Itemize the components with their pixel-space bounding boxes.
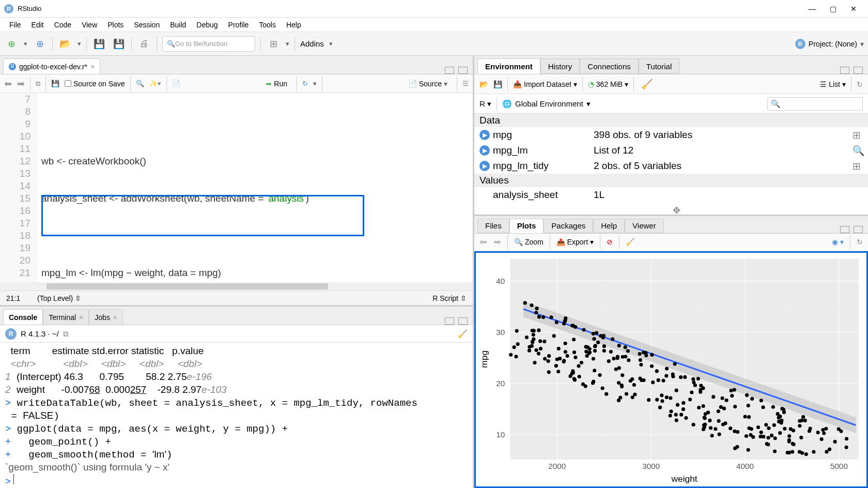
close-tab-icon[interactable]: × [90, 63, 95, 71]
broom-icon[interactable]: 🧹 [641, 79, 653, 90]
back-icon[interactable]: ⬅ [4, 78, 12, 89]
maximize-pane-icon[interactable] [854, 67, 863, 74]
dropdown-icon[interactable]: ▾ [329, 40, 333, 48]
menu-view[interactable]: View [76, 19, 102, 31]
next-plot-icon[interactable]: ➡ [493, 236, 501, 248]
tab-connections[interactable]: Connections [580, 58, 638, 74]
language-selector[interactable]: R Script [432, 294, 458, 302]
minimize-pane-icon[interactable] [840, 226, 849, 233]
source-tab[interactable]: R ggplot-to-excel-dev.r* × [3, 58, 100, 74]
run-button[interactable]: ➡ Run [261, 79, 291, 89]
tab-terminal[interactable]: Terminal× [43, 309, 89, 325]
search-icon[interactable]: 🔍 [853, 145, 863, 157]
refresh-icon[interactable]: ↻ [857, 80, 863, 88]
env-scope-selector[interactable]: 🌐 Global Environment ▾ [502, 99, 591, 109]
tab-files[interactable]: Files [477, 219, 509, 233]
open-file-button[interactable]: 📂 [58, 37, 72, 51]
menu-debug[interactable]: Debug [191, 19, 223, 31]
expand-icon[interactable]: ▶ [479, 145, 490, 156]
minimize-pane-icon[interactable] [445, 317, 454, 325]
maximize-pane-icon[interactable] [458, 317, 468, 325]
resize-handle-icon[interactable]: ✥ [673, 205, 680, 216]
save-all-button[interactable]: 💾 [112, 37, 126, 51]
minimize-button[interactable]: — [802, 1, 823, 17]
tab-packages[interactable]: Packages [544, 219, 593, 233]
menu-edit[interactable]: Edit [26, 19, 49, 31]
maximize-button[interactable]: ▢ [823, 1, 843, 17]
dropdown-icon[interactable]: ▾ [860, 40, 864, 48]
menu-file[interactable]: File [4, 19, 26, 31]
project-label[interactable]: Project: (None) [809, 40, 857, 48]
menu-code[interactable]: Code [49, 19, 76, 31]
env-search-input[interactable]: 🔍 [767, 97, 863, 111]
maximize-pane-icon[interactable] [458, 67, 468, 74]
expand-icon[interactable]: ▶ [479, 161, 490, 171]
source-on-save-checkbox[interactable]: Source on Save [65, 80, 125, 88]
memory-usage[interactable]: ◔ 362 MiB ▾ [588, 80, 628, 88]
wand-icon[interactable]: ✨▾ [149, 80, 161, 87]
zoom-button[interactable]: 🔍 Zoom [514, 238, 544, 246]
broom-icon[interactable]: 🧹 [458, 329, 468, 339]
env-item-mpg[interactable]: ▶ mpg 398 obs. of 9 variables ⊞ [474, 127, 868, 143]
expand-icon[interactable]: ▶ [479, 130, 490, 140]
import-dataset-button[interactable]: 📥 Import Dataset ▾ [513, 80, 577, 88]
horizontal-scrollbar[interactable] [0, 282, 473, 291]
env-item-mpg-lm-tidy[interactable]: ▶ mpg_lm_tidy 2 obs. of 5 variables ⊞ [474, 158, 868, 174]
dropdown-icon[interactable]: ⇳ [460, 294, 467, 302]
dropdown-icon[interactable]: ▾ [286, 40, 289, 48]
clear-plots-icon[interactable]: 🧹 [626, 238, 634, 246]
code-editor[interactable]: 789 101112 131415 161718 192021 wb <- cr… [0, 93, 473, 282]
minimize-pane-icon[interactable] [445, 67, 454, 74]
env-item-analysis-sheet[interactable]: analysis_sheet 1L [474, 187, 868, 203]
refresh-icon[interactable]: ↻ [857, 238, 863, 246]
tab-help[interactable]: Help [593, 219, 625, 233]
tab-console[interactable]: Console [3, 309, 43, 325]
load-workspace-icon[interactable]: 📂 [479, 80, 488, 88]
prev-plot-icon[interactable]: ⬅ [479, 236, 487, 248]
menu-session[interactable]: Session [129, 19, 165, 31]
tab-plots[interactable]: Plots [509, 219, 544, 233]
tab-jobs[interactable]: Jobs× [89, 309, 123, 325]
popout-icon[interactable]: ⧉ [36, 80, 40, 88]
tab-environment[interactable]: Environment [477, 58, 540, 74]
dropdown-icon[interactable]: ▾ [24, 40, 27, 48]
menu-tools[interactable]: Tools [254, 19, 281, 31]
console-output[interactable]: term estimate std.error statistic p.valu… [0, 343, 473, 488]
dropdown-icon[interactable]: ▾ [313, 80, 317, 87]
forward-icon[interactable]: ➡ [17, 78, 25, 89]
new-file-button[interactable]: ⊕ [4, 37, 19, 51]
export-button[interactable]: 📤 Export ▾ [556, 238, 594, 246]
tab-tutorial[interactable]: Tutorial [639, 58, 679, 74]
grid-button[interactable]: ⊞ [266, 37, 281, 51]
grid-icon[interactable]: ⊞ [853, 129, 863, 141]
source-button[interactable]: 📄 Source ▾ [404, 79, 452, 89]
new-project-button[interactable]: ⊕ [33, 37, 47, 51]
remove-plot-icon[interactable]: ⊘ [607, 238, 613, 246]
addins-button[interactable]: Addins [300, 39, 324, 48]
find-icon[interactable]: 🔍 [136, 80, 144, 87]
tab-history[interactable]: History [540, 58, 580, 74]
save-workspace-icon[interactable]: 💾 [493, 80, 502, 88]
language-selector[interactable]: R ▾ [479, 99, 491, 109]
save-button[interactable]: 💾 [92, 37, 106, 51]
maximize-pane-icon[interactable] [854, 226, 863, 233]
grid-icon[interactable]: ⊞ [853, 160, 863, 172]
menu-profile[interactable]: Profile [223, 19, 254, 31]
menu-build[interactable]: Build [165, 19, 191, 31]
notebook-icon[interactable]: 📄 [172, 80, 180, 87]
menu-help[interactable]: Help [281, 19, 306, 31]
dropdown-icon[interactable]: ⇳ [75, 294, 81, 302]
save-icon[interactable]: 💾 [51, 80, 59, 87]
env-item-mpg-lm[interactable]: ▶ mpg_lm List of 12 🔍 [474, 143, 868, 158]
code-text[interactable]: wb <- createWorkbook() analysis_sheet <-… [37, 93, 473, 282]
popout-icon[interactable]: ⧉ [63, 329, 69, 339]
minimize-pane-icon[interactable] [840, 67, 849, 74]
print-button[interactable]: 🖨 [137, 37, 151, 51]
close-icon[interactable]: × [113, 313, 117, 322]
dropdown-icon[interactable]: ▾ [78, 40, 81, 48]
publish-icon[interactable]: ◉ ▾ [832, 238, 844, 246]
rerun-icon[interactable]: ↻ [302, 80, 308, 87]
outline-icon[interactable]: ☰ [462, 80, 469, 87]
tab-viewer[interactable]: Viewer [625, 219, 664, 233]
menu-plots[interactable]: Plots [102, 19, 129, 31]
